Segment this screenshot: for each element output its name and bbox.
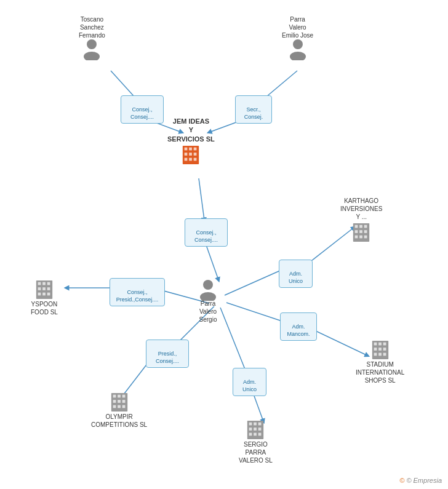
svg-rect-60 — [378, 353, 382, 356]
svg-rect-37 — [355, 236, 358, 239]
svg-line-8 — [225, 271, 280, 295]
svg-rect-31 — [355, 225, 358, 228]
svg-rect-43 — [47, 282, 50, 285]
svg-rect-42 — [42, 282, 46, 285]
toscano-node: Toscano Sanchez Fernando — [79, 15, 105, 59]
yspoon-node: YSPOON FOOD SL — [31, 278, 58, 316]
svg-point-19 — [290, 52, 306, 60]
svg-rect-23 — [194, 148, 197, 151]
parra-emilio-person-icon — [288, 39, 308, 59]
svg-rect-36 — [364, 230, 367, 233]
yspoon-badge: Consej., Presid.,Consej.... — [110, 278, 165, 306]
parra-sergio-node: Parra Valero Sergio — [198, 280, 218, 324]
svg-rect-75 — [258, 423, 262, 426]
svg-rect-41 — [38, 282, 41, 285]
svg-rect-55 — [383, 343, 386, 346]
diagram-canvas: Toscano Sanchez Fernando Parra Valero Em… — [0, 0, 448, 489]
svg-rect-39 — [364, 236, 367, 239]
svg-rect-64 — [118, 395, 121, 398]
svg-rect-45 — [42, 287, 46, 290]
sergio-parra-building-icon — [246, 418, 265, 440]
svg-point-50 — [203, 280, 213, 290]
svg-point-18 — [293, 39, 303, 49]
svg-rect-35 — [359, 230, 362, 233]
jem-consej-badge: Consej., Consej.... — [185, 218, 228, 247]
svg-rect-46 — [47, 287, 50, 290]
svg-rect-77 — [254, 427, 257, 431]
svg-rect-53 — [374, 343, 377, 346]
olympir-building-icon — [110, 391, 129, 413]
svg-rect-67 — [118, 400, 121, 403]
svg-rect-78 — [258, 427, 262, 431]
jem-ideas-building-icon — [181, 143, 201, 165]
parra-sergio-person-icon — [198, 280, 218, 300]
watermark: © © Empresia — [399, 477, 442, 484]
karthago-building-icon — [351, 221, 371, 243]
svg-point-16 — [87, 39, 97, 49]
svg-rect-76 — [249, 427, 252, 431]
svg-rect-24 — [185, 153, 188, 156]
svg-rect-63 — [113, 395, 116, 398]
svg-rect-79 — [249, 433, 252, 436]
svg-rect-74 — [254, 423, 257, 426]
karthago-node: KARTHAGO INVERSIONES Y ... — [340, 197, 382, 243]
svg-rect-70 — [118, 405, 121, 408]
olympir-node: OLYMPIR COMPETITIONS SL — [91, 391, 147, 429]
karthago-badge: Adm. Unico — [279, 260, 313, 288]
svg-point-17 — [84, 52, 100, 60]
svg-rect-73 — [249, 423, 252, 426]
svg-rect-81 — [258, 433, 262, 436]
watermark-text: © Empresia — [406, 477, 442, 484]
svg-rect-22 — [190, 148, 193, 151]
stadium-badge: Adm. Mancom. — [280, 312, 317, 341]
svg-rect-48 — [42, 293, 46, 296]
svg-rect-59 — [374, 353, 377, 356]
svg-rect-32 — [359, 225, 362, 228]
svg-rect-28 — [190, 158, 193, 161]
karthago-label: KARTHAGO INVERSIONES Y ... — [340, 197, 382, 221]
svg-rect-80 — [254, 433, 257, 436]
svg-rect-49 — [47, 293, 50, 296]
svg-line-10 — [226, 303, 282, 321]
toscano-person-icon — [82, 39, 102, 59]
svg-rect-71 — [122, 405, 125, 408]
stadium-building-icon — [370, 338, 390, 360]
svg-rect-68 — [122, 400, 125, 403]
svg-rect-29 — [194, 158, 197, 161]
svg-rect-25 — [190, 153, 193, 156]
toscano-badge: Consej., Consej.... — [121, 95, 164, 124]
svg-line-14 — [220, 308, 246, 372]
svg-rect-34 — [355, 230, 358, 233]
copyright-symbol: © — [399, 477, 404, 484]
stadium-label: STADIUM INTERNATIONAL SHOPS SL — [356, 360, 404, 384]
yspoon-building-icon — [34, 278, 54, 300]
svg-rect-44 — [38, 287, 41, 290]
svg-rect-58 — [383, 348, 386, 351]
svg-rect-47 — [38, 293, 41, 296]
svg-rect-38 — [359, 236, 362, 239]
svg-rect-26 — [194, 153, 197, 156]
stadium-node: STADIUM INTERNATIONAL SHOPS SL — [356, 338, 404, 384]
svg-rect-61 — [383, 353, 386, 356]
svg-rect-54 — [378, 343, 382, 346]
toscano-label: Toscano Sanchez Fernando — [79, 15, 105, 39]
olympir-label: OLYMPIR COMPETITIONS SL — [91, 413, 147, 429]
sergio-parra-node: SERGIO PARRA VALERO SL — [239, 418, 273, 464]
svg-rect-69 — [113, 405, 116, 408]
jem-ideas-label: JEM IDEAS Y SERVICIOS SL — [167, 117, 215, 143]
jem-ideas-node: JEM IDEAS Y SERVICIOS SL — [167, 117, 215, 165]
svg-rect-56 — [374, 348, 377, 351]
parra-sergio-label: Parra Valero Sergio — [199, 300, 217, 324]
svg-rect-21 — [185, 148, 188, 151]
svg-rect-57 — [378, 348, 382, 351]
parra-emilio-label: Parra Valero Emilio Jose — [282, 15, 313, 39]
olympir-badge: Presid., Consej.... — [146, 340, 189, 368]
svg-rect-33 — [364, 225, 367, 228]
parra-emilio-node: Parra Valero Emilio Jose — [282, 15, 313, 59]
sergio-parra-label: SERGIO PARRA VALERO SL — [239, 440, 273, 464]
sergio-badge: Adm. Unico — [233, 368, 266, 396]
svg-rect-27 — [185, 158, 188, 161]
parra-emilio-badge: Secr., Consej. — [235, 95, 272, 124]
svg-line-4 — [199, 178, 204, 220]
svg-rect-65 — [122, 395, 125, 398]
